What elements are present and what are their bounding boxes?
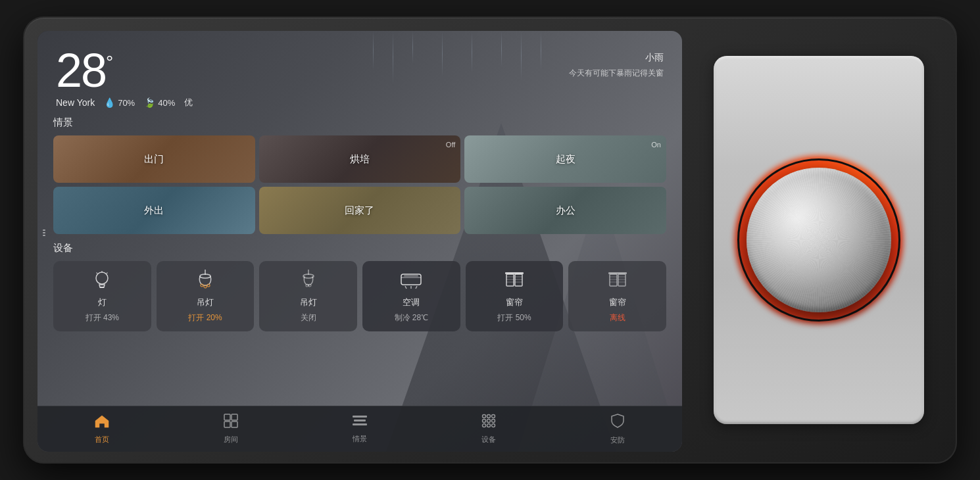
scene-out-label: 外出 — [144, 204, 164, 217]
curtain1-icon — [504, 269, 525, 293]
device-card-lamp[interactable]: 吊灯 关闭 — [259, 261, 357, 331]
scenes-nav-icon — [353, 414, 367, 431]
curtain2-name: 窗帘 — [609, 297, 626, 308]
device-card-chandelier[interactable]: 吊灯 打开 20% — [157, 261, 255, 331]
air-quality-grade: 优 — [184, 97, 193, 108]
svg-point-47 — [492, 415, 495, 418]
screen-content: 28 ° New York 💧 70% 🍃 40% 优 — [37, 31, 682, 452]
temperature-value: 28 — [56, 47, 106, 94]
temperature-row: 28 ° — [56, 47, 193, 94]
devices-title: 设备 — [53, 242, 666, 254]
scene-night-status: On — [651, 141, 661, 149]
scene-card-bake[interactable]: 烘培 Off — [259, 135, 461, 183]
svg-rect-39 — [232, 414, 237, 420]
light-icon — [93, 269, 111, 293]
svg-point-46 — [487, 415, 491, 418]
weather-tip: 今天有可能下暴雨记得关窗 — [569, 68, 664, 79]
scene-card-home[interactable]: 回家了 — [259, 187, 461, 234]
device-card-ac[interactable]: 空调 制冷 28℃ — [362, 261, 460, 331]
scene-card-night[interactable]: 起夜 On — [464, 135, 666, 183]
svg-line-3 — [97, 273, 98, 274]
home-nav-icon — [94, 414, 110, 432]
scene-home-label: 回家了 — [345, 204, 374, 217]
security-nav-icon — [610, 413, 625, 433]
weather-condition: 小雨 — [569, 52, 664, 64]
svg-rect-44 — [353, 423, 367, 425]
svg-point-53 — [492, 424, 495, 427]
curtain2-icon — [607, 269, 628, 293]
nav-item-rooms[interactable]: 房间 — [166, 414, 295, 444]
knob-outer[interactable] — [740, 161, 898, 319]
ac-status: 制冷 28℃ — [395, 312, 429, 324]
scene-exit-label: 出门 — [144, 153, 164, 166]
device-card-light[interactable]: 灯 打开 43% — [53, 261, 151, 331]
chandelier-icon — [196, 269, 214, 293]
svg-rect-22 — [515, 274, 522, 286]
weather-right: 小雨 今天有可能下暴雨记得关窗 — [569, 47, 664, 79]
nav-item-scenes[interactable]: 情景 — [295, 414, 424, 444]
svg-rect-41 — [232, 421, 237, 427]
device-card-curtain2[interactable]: 窗帘 离线 — [568, 261, 666, 331]
nav-item-devices[interactable]: 设备 — [424, 414, 553, 444]
humidity-stat: 💧 70% — [104, 97, 135, 108]
weather-area: 28 ° New York 💧 70% 🍃 40% 优 — [37, 31, 682, 116]
svg-point-51 — [483, 424, 486, 427]
devices-nav-icon — [481, 414, 496, 432]
degree-symbol: ° — [106, 52, 113, 73]
svg-point-45 — [483, 415, 486, 418]
scene-bake-label: 烘培 — [350, 153, 370, 166]
scene-night-label: 起夜 — [556, 153, 576, 166]
devices-section: 设备 — [37, 242, 682, 331]
rooms-nav-icon — [224, 414, 238, 432]
scenes-grid: 出门 烘培 Off 起夜 On 外出 — [53, 135, 666, 234]
weather-details: New York 💧 70% 🍃 40% 优 — [56, 97, 193, 108]
weather-left: 28 ° New York 💧 70% 🍃 40% 优 — [56, 47, 193, 108]
knob-dial[interactable] — [747, 168, 891, 312]
device-shell: 28 ° New York 💧 70% 🍃 40% 优 — [23, 16, 957, 464]
leaf-stat: 🍃 40% — [144, 97, 175, 108]
scene-office-label: 办公 — [556, 204, 576, 217]
scene-card-office[interactable]: 办公 — [464, 187, 666, 234]
screen-panel: 28 ° New York 💧 70% 🍃 40% 优 — [37, 31, 682, 452]
curtain1-name: 窗帘 — [506, 297, 523, 308]
drop-icon: 💧 — [104, 97, 115, 108]
devices-grid: 灯 打开 43% — [53, 261, 666, 331]
svg-rect-42 — [353, 416, 367, 418]
svg-rect-16 — [404, 276, 418, 277]
curtain2-status: 离线 — [610, 312, 625, 324]
scenes-title: 情景 — [53, 116, 666, 129]
lamp-status: 关闭 — [301, 312, 316, 324]
svg-rect-43 — [354, 420, 366, 421]
svg-rect-21 — [506, 274, 514, 286]
knob-background — [714, 56, 924, 424]
devices-nav-label: 设备 — [481, 435, 496, 444]
light-name: 灯 — [98, 297, 107, 308]
svg-line-4 — [107, 273, 108, 274]
chandelier-status: 打开 20% — [188, 312, 222, 324]
city-name: New York — [56, 97, 95, 108]
svg-point-50 — [492, 420, 495, 423]
scene-bake-status: Off — [446, 141, 455, 149]
svg-point-52 — [487, 424, 491, 427]
scene-card-out[interactable]: 外出 — [53, 187, 255, 234]
home-nav-label: 首页 — [95, 435, 109, 444]
knob-panel — [682, 18, 956, 462]
svg-line-19 — [416, 286, 417, 289]
ac-name: 空调 — [403, 297, 420, 308]
svg-rect-31 — [618, 274, 625, 286]
svg-rect-30 — [610, 274, 617, 286]
scenes-nav-label: 情景 — [353, 434, 367, 444]
ac-icon — [400, 269, 422, 293]
light-status: 打开 43% — [86, 312, 119, 324]
security-nav-label: 安防 — [610, 435, 625, 445]
svg-rect-40 — [224, 421, 230, 427]
scene-card-exit[interactable]: 出门 — [53, 135, 255, 183]
nav-item-home[interactable]: 首页 — [37, 414, 166, 444]
svg-point-49 — [487, 420, 491, 423]
lamp-name: 吊灯 — [300, 297, 317, 308]
device-card-curtain1[interactable]: 窗帘 打开 50% — [466, 261, 564, 331]
svg-line-17 — [405, 286, 406, 289]
svg-point-48 — [483, 420, 486, 423]
nav-item-security[interactable]: 安防 — [553, 413, 682, 445]
svg-rect-38 — [224, 414, 230, 420]
